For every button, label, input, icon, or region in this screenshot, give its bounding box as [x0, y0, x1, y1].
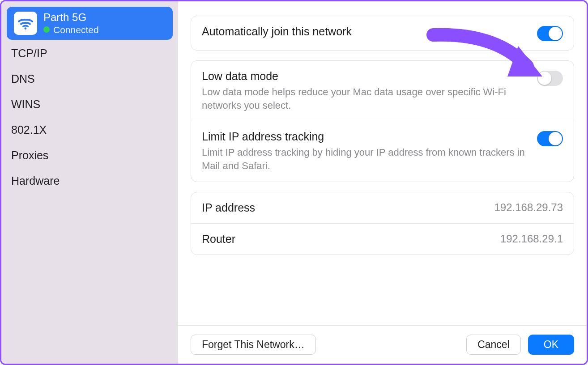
sidebar: Parth 5G Connected TCP/IP DNS WINS 802.1… — [1, 1, 178, 364]
wifi-icon — [14, 12, 37, 35]
auto-join-row: Automatically join this network — [191, 16, 574, 50]
sidebar-item-hardware[interactable]: Hardware — [11, 174, 168, 187]
sidebar-item-tcpip[interactable]: TCP/IP — [11, 47, 168, 60]
limit-ip-toggle[interactable] — [537, 131, 563, 146]
auto-join-card: Automatically join this network — [191, 16, 574, 51]
ip-address-label: IP address — [202, 201, 255, 214]
limit-ip-row: Limit IP address tracking Limit IP addre… — [191, 121, 574, 181]
network-status: Connected — [53, 24, 99, 35]
low-data-toggle[interactable] — [537, 71, 563, 86]
network-info: Parth 5G Connected — [43, 11, 99, 35]
cancel-button[interactable]: Cancel — [466, 335, 521, 355]
auto-join-title: Automatically join this network — [202, 25, 526, 38]
ip-address-value: 192.168.29.73 — [494, 201, 563, 214]
sidebar-item-8021x[interactable]: 802.1X — [11, 123, 168, 136]
low-data-title: Low data mode — [202, 70, 526, 83]
auto-join-toggle[interactable] — [537, 26, 563, 41]
limit-ip-desc: Limit IP address tracking by hiding your… — [202, 146, 526, 172]
status-dot-icon — [43, 26, 50, 33]
ip-address-row: IP address 192.168.29.73 — [191, 192, 574, 223]
sidebar-list: TCP/IP DNS WINS 802.1X Proxies Hardware — [7, 43, 173, 187]
ok-button[interactable]: OK — [528, 335, 574, 355]
forget-network-button[interactable]: Forget This Network… — [191, 335, 316, 355]
sidebar-item-proxies[interactable]: Proxies — [11, 149, 168, 162]
router-label: Router — [202, 233, 235, 246]
sidebar-item-dns[interactable]: DNS — [11, 72, 168, 85]
address-card: IP address 192.168.29.73 Router 192.168.… — [191, 192, 574, 255]
router-row: Router 192.168.29.1 — [191, 223, 574, 255]
content-area: Automatically join this network Low data… — [178, 1, 587, 325]
router-value: 192.168.29.1 — [500, 233, 563, 245]
network-item[interactable]: Parth 5G Connected — [7, 7, 173, 40]
svg-point-0 — [25, 27, 27, 30]
network-name: Parth 5G — [43, 11, 99, 24]
footer: Forget This Network… Cancel OK — [178, 325, 587, 364]
limit-ip-title: Limit IP address tracking — [202, 130, 526, 143]
options-card: Low data mode Low data mode helps reduce… — [191, 60, 574, 182]
low-data-desc: Low data mode helps reduce your Mac data… — [202, 85, 526, 112]
low-data-row: Low data mode Low data mode helps reduce… — [191, 61, 574, 121]
sidebar-item-wins[interactable]: WINS — [11, 98, 168, 111]
main-panel: Automatically join this network Low data… — [178, 1, 587, 364]
